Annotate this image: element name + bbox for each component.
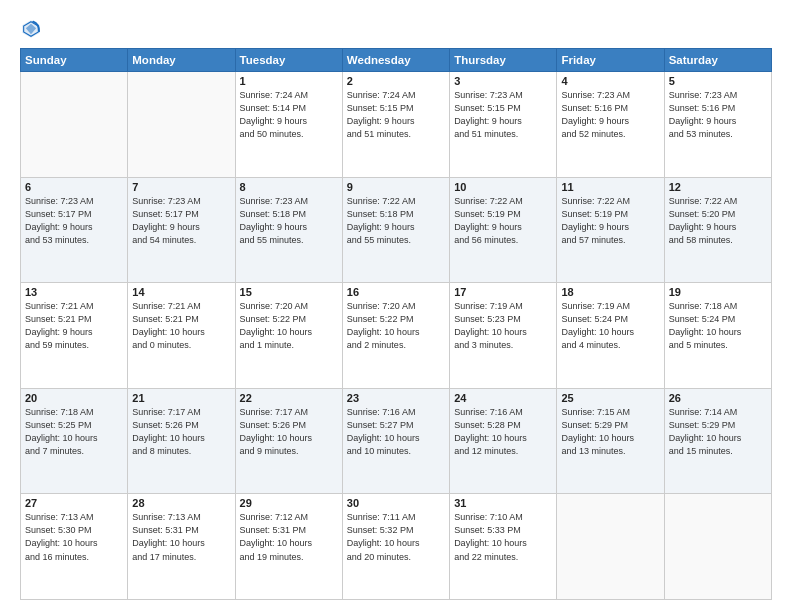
day-number: 23 bbox=[347, 392, 445, 404]
calendar-cell: 29Sunrise: 7:12 AM Sunset: 5:31 PM Dayli… bbox=[235, 494, 342, 600]
day-detail: Sunrise: 7:19 AM Sunset: 5:24 PM Dayligh… bbox=[561, 300, 659, 352]
weekday-header-monday: Monday bbox=[128, 49, 235, 72]
day-number: 31 bbox=[454, 497, 552, 509]
calendar-cell: 16Sunrise: 7:20 AM Sunset: 5:22 PM Dayli… bbox=[342, 283, 449, 389]
day-detail: Sunrise: 7:23 AM Sunset: 5:17 PM Dayligh… bbox=[25, 195, 123, 247]
day-detail: Sunrise: 7:22 AM Sunset: 5:18 PM Dayligh… bbox=[347, 195, 445, 247]
weekday-header-friday: Friday bbox=[557, 49, 664, 72]
header bbox=[20, 18, 772, 40]
day-number: 15 bbox=[240, 286, 338, 298]
day-detail: Sunrise: 7:14 AM Sunset: 5:29 PM Dayligh… bbox=[669, 406, 767, 458]
day-number: 1 bbox=[240, 75, 338, 87]
calendar-cell bbox=[128, 72, 235, 178]
day-number: 13 bbox=[25, 286, 123, 298]
calendar-cell: 19Sunrise: 7:18 AM Sunset: 5:24 PM Dayli… bbox=[664, 283, 771, 389]
calendar-cell: 28Sunrise: 7:13 AM Sunset: 5:31 PM Dayli… bbox=[128, 494, 235, 600]
calendar-week-2: 6Sunrise: 7:23 AM Sunset: 5:17 PM Daylig… bbox=[21, 177, 772, 283]
day-number: 4 bbox=[561, 75, 659, 87]
calendar-cell: 1Sunrise: 7:24 AM Sunset: 5:14 PM Daylig… bbox=[235, 72, 342, 178]
day-number: 16 bbox=[347, 286, 445, 298]
day-detail: Sunrise: 7:13 AM Sunset: 5:30 PM Dayligh… bbox=[25, 511, 123, 563]
calendar-cell: 7Sunrise: 7:23 AM Sunset: 5:17 PM Daylig… bbox=[128, 177, 235, 283]
calendar-cell: 5Sunrise: 7:23 AM Sunset: 5:16 PM Daylig… bbox=[664, 72, 771, 178]
calendar-cell: 6Sunrise: 7:23 AM Sunset: 5:17 PM Daylig… bbox=[21, 177, 128, 283]
day-number: 2 bbox=[347, 75, 445, 87]
calendar-cell: 21Sunrise: 7:17 AM Sunset: 5:26 PM Dayli… bbox=[128, 388, 235, 494]
day-detail: Sunrise: 7:12 AM Sunset: 5:31 PM Dayligh… bbox=[240, 511, 338, 563]
day-detail: Sunrise: 7:13 AM Sunset: 5:31 PM Dayligh… bbox=[132, 511, 230, 563]
day-number: 6 bbox=[25, 181, 123, 193]
day-number: 14 bbox=[132, 286, 230, 298]
calendar-cell: 9Sunrise: 7:22 AM Sunset: 5:18 PM Daylig… bbox=[342, 177, 449, 283]
day-detail: Sunrise: 7:21 AM Sunset: 5:21 PM Dayligh… bbox=[25, 300, 123, 352]
day-detail: Sunrise: 7:17 AM Sunset: 5:26 PM Dayligh… bbox=[132, 406, 230, 458]
calendar-cell: 30Sunrise: 7:11 AM Sunset: 5:32 PM Dayli… bbox=[342, 494, 449, 600]
weekday-header-wednesday: Wednesday bbox=[342, 49, 449, 72]
day-detail: Sunrise: 7:20 AM Sunset: 5:22 PM Dayligh… bbox=[240, 300, 338, 352]
weekday-header-row: SundayMondayTuesdayWednesdayThursdayFrid… bbox=[21, 49, 772, 72]
day-detail: Sunrise: 7:17 AM Sunset: 5:26 PM Dayligh… bbox=[240, 406, 338, 458]
calendar-cell: 31Sunrise: 7:10 AM Sunset: 5:33 PM Dayli… bbox=[450, 494, 557, 600]
day-detail: Sunrise: 7:20 AM Sunset: 5:22 PM Dayligh… bbox=[347, 300, 445, 352]
weekday-header-sunday: Sunday bbox=[21, 49, 128, 72]
day-detail: Sunrise: 7:22 AM Sunset: 5:20 PM Dayligh… bbox=[669, 195, 767, 247]
day-detail: Sunrise: 7:16 AM Sunset: 5:28 PM Dayligh… bbox=[454, 406, 552, 458]
day-number: 25 bbox=[561, 392, 659, 404]
calendar-header: SundayMondayTuesdayWednesdayThursdayFrid… bbox=[21, 49, 772, 72]
day-detail: Sunrise: 7:24 AM Sunset: 5:15 PM Dayligh… bbox=[347, 89, 445, 141]
day-number: 18 bbox=[561, 286, 659, 298]
day-number: 21 bbox=[132, 392, 230, 404]
calendar-cell: 12Sunrise: 7:22 AM Sunset: 5:20 PM Dayli… bbox=[664, 177, 771, 283]
day-detail: Sunrise: 7:19 AM Sunset: 5:23 PM Dayligh… bbox=[454, 300, 552, 352]
day-number: 8 bbox=[240, 181, 338, 193]
day-number: 17 bbox=[454, 286, 552, 298]
day-number: 29 bbox=[240, 497, 338, 509]
calendar-cell: 26Sunrise: 7:14 AM Sunset: 5:29 PM Dayli… bbox=[664, 388, 771, 494]
day-detail: Sunrise: 7:23 AM Sunset: 5:18 PM Dayligh… bbox=[240, 195, 338, 247]
calendar-cell: 18Sunrise: 7:19 AM Sunset: 5:24 PM Dayli… bbox=[557, 283, 664, 389]
calendar-week-4: 20Sunrise: 7:18 AM Sunset: 5:25 PM Dayli… bbox=[21, 388, 772, 494]
day-detail: Sunrise: 7:23 AM Sunset: 5:15 PM Dayligh… bbox=[454, 89, 552, 141]
day-detail: Sunrise: 7:24 AM Sunset: 5:14 PM Dayligh… bbox=[240, 89, 338, 141]
calendar-week-1: 1Sunrise: 7:24 AM Sunset: 5:14 PM Daylig… bbox=[21, 72, 772, 178]
calendar-cell bbox=[664, 494, 771, 600]
day-number: 19 bbox=[669, 286, 767, 298]
day-number: 20 bbox=[25, 392, 123, 404]
page: SundayMondayTuesdayWednesdayThursdayFrid… bbox=[0, 0, 792, 612]
calendar-cell: 24Sunrise: 7:16 AM Sunset: 5:28 PM Dayli… bbox=[450, 388, 557, 494]
day-number: 3 bbox=[454, 75, 552, 87]
weekday-header-saturday: Saturday bbox=[664, 49, 771, 72]
day-detail: Sunrise: 7:21 AM Sunset: 5:21 PM Dayligh… bbox=[132, 300, 230, 352]
day-detail: Sunrise: 7:16 AM Sunset: 5:27 PM Dayligh… bbox=[347, 406, 445, 458]
calendar-week-5: 27Sunrise: 7:13 AM Sunset: 5:30 PM Dayli… bbox=[21, 494, 772, 600]
calendar-cell bbox=[557, 494, 664, 600]
calendar-cell: 3Sunrise: 7:23 AM Sunset: 5:15 PM Daylig… bbox=[450, 72, 557, 178]
day-detail: Sunrise: 7:10 AM Sunset: 5:33 PM Dayligh… bbox=[454, 511, 552, 563]
day-detail: Sunrise: 7:18 AM Sunset: 5:24 PM Dayligh… bbox=[669, 300, 767, 352]
day-number: 10 bbox=[454, 181, 552, 193]
day-detail: Sunrise: 7:23 AM Sunset: 5:16 PM Dayligh… bbox=[561, 89, 659, 141]
day-number: 26 bbox=[669, 392, 767, 404]
calendar-cell: 13Sunrise: 7:21 AM Sunset: 5:21 PM Dayli… bbox=[21, 283, 128, 389]
day-detail: Sunrise: 7:18 AM Sunset: 5:25 PM Dayligh… bbox=[25, 406, 123, 458]
day-number: 27 bbox=[25, 497, 123, 509]
calendar-cell: 20Sunrise: 7:18 AM Sunset: 5:25 PM Dayli… bbox=[21, 388, 128, 494]
day-number: 28 bbox=[132, 497, 230, 509]
calendar-cell: 14Sunrise: 7:21 AM Sunset: 5:21 PM Dayli… bbox=[128, 283, 235, 389]
day-detail: Sunrise: 7:23 AM Sunset: 5:16 PM Dayligh… bbox=[669, 89, 767, 141]
calendar-week-3: 13Sunrise: 7:21 AM Sunset: 5:21 PM Dayli… bbox=[21, 283, 772, 389]
logo bbox=[20, 18, 46, 40]
calendar-cell: 23Sunrise: 7:16 AM Sunset: 5:27 PM Dayli… bbox=[342, 388, 449, 494]
calendar-cell: 8Sunrise: 7:23 AM Sunset: 5:18 PM Daylig… bbox=[235, 177, 342, 283]
day-detail: Sunrise: 7:22 AM Sunset: 5:19 PM Dayligh… bbox=[454, 195, 552, 247]
calendar-cell: 17Sunrise: 7:19 AM Sunset: 5:23 PM Dayli… bbox=[450, 283, 557, 389]
day-number: 12 bbox=[669, 181, 767, 193]
day-number: 9 bbox=[347, 181, 445, 193]
day-detail: Sunrise: 7:15 AM Sunset: 5:29 PM Dayligh… bbox=[561, 406, 659, 458]
calendar-cell: 2Sunrise: 7:24 AM Sunset: 5:15 PM Daylig… bbox=[342, 72, 449, 178]
calendar-cell: 11Sunrise: 7:22 AM Sunset: 5:19 PM Dayli… bbox=[557, 177, 664, 283]
weekday-header-thursday: Thursday bbox=[450, 49, 557, 72]
calendar-body: 1Sunrise: 7:24 AM Sunset: 5:14 PM Daylig… bbox=[21, 72, 772, 600]
calendar-cell bbox=[21, 72, 128, 178]
calendar-cell: 25Sunrise: 7:15 AM Sunset: 5:29 PM Dayli… bbox=[557, 388, 664, 494]
